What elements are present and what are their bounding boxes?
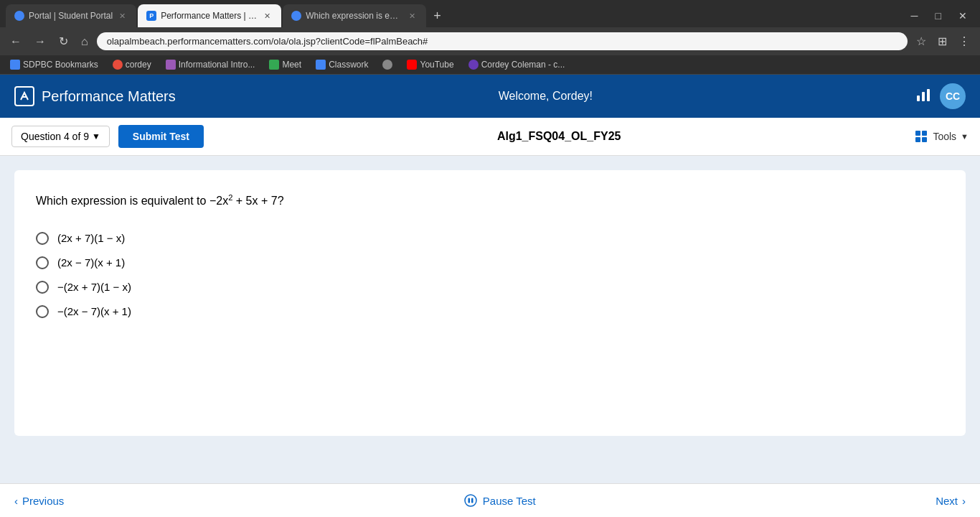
bookmark-icon-cc	[468, 60, 479, 70]
next-label: Next	[936, 495, 958, 507]
radio-c[interactable]	[36, 281, 49, 294]
bookmark-icon-info	[166, 60, 176, 70]
bookmark-icon-cordey	[113, 60, 123, 70]
bookmark-icon-sdpbc	[10, 60, 20, 70]
tab-label-portal: Portal | Student Portal	[29, 11, 113, 21]
svg-rect-1	[922, 92, 925, 101]
star-button[interactable]: ☆	[912, 32, 930, 51]
bookmark-youtube[interactable]: YouTube	[402, 58, 458, 71]
bookmark-icon-youtube	[407, 60, 417, 70]
tab-bar: Portal | Student Portal ✕ P Performance …	[0, 0, 980, 27]
app-title: Performance Matters	[42, 88, 176, 105]
tab-question[interactable]: Which expression is equivalen... ✕	[283, 4, 426, 27]
bookmark-classwork[interactable]: Classwork	[311, 58, 372, 71]
dropdown-icon: ▼	[92, 131, 100, 141]
pause-label: Pause Test	[483, 495, 536, 507]
window-controls: ─ □ ✕	[904, 7, 974, 24]
svg-rect-4	[922, 131, 927, 136]
new-tab-button[interactable]: +	[428, 6, 447, 27]
tab-portal[interactable]: Portal | Student Portal ✕	[6, 4, 136, 27]
radio-a[interactable]	[36, 232, 49, 245]
tools-icon	[914, 129, 928, 144]
extensions-button[interactable]: ⊞	[933, 32, 951, 51]
nav-actions: ☆ ⊞ ⋮	[912, 32, 974, 51]
submit-test-button[interactable]: Submit Test	[118, 125, 204, 148]
address-bar[interactable]	[97, 32, 908, 50]
svg-rect-8	[468, 498, 470, 503]
app-logo: Performance Matters	[14, 86, 176, 106]
tab-favicon-pm: P	[146, 11, 156, 21]
question-nav-bar: Question 4 of 9 ▼ Submit Test Alg1_FSQ04…	[0, 118, 980, 156]
previous-label: Previous	[22, 495, 64, 507]
app-header: Performance Matters Welcome, Cordey! CC	[0, 75, 980, 118]
bookmark-icon-meet	[269, 60, 279, 70]
question-selector[interactable]: Question 4 of 9 ▼	[11, 126, 110, 147]
home-button[interactable]: ⌂	[77, 32, 93, 51]
previous-arrow-icon: ‹	[14, 495, 18, 507]
option-a-text: (2x + 7)(1 − x)	[57, 232, 125, 244]
main-content: Which expression is equivalent to −2x2 +…	[0, 156, 980, 450]
header-actions: CC	[915, 83, 966, 109]
question-label: Question 4 of 9	[21, 131, 89, 142]
tools-dropdown-icon: ▼	[961, 132, 969, 141]
svg-rect-2	[927, 89, 930, 101]
tab-favicon-portal	[14, 11, 24, 21]
logo-icon	[14, 86, 34, 106]
nav-bar: ← → ↻ ⌂ ☆ ⊞ ⋮	[0, 27, 980, 55]
previous-button[interactable]: ‹ Previous	[14, 495, 64, 507]
back-button[interactable]: ←	[6, 32, 26, 51]
tab-close-q[interactable]: ✕	[407, 11, 418, 22]
option-b[interactable]: (2x − 7)(x + 1)	[36, 256, 944, 269]
question-card: Which expression is equivalent to −2x2 +…	[14, 170, 966, 436]
svg-rect-0	[917, 96, 920, 101]
radio-d[interactable]	[36, 305, 49, 318]
tab-close-pm[interactable]: ✕	[262, 11, 273, 22]
avatar[interactable]: CC	[940, 83, 966, 109]
footer: ‹ Previous Pause Test Next ›	[0, 483, 980, 517]
minimize-button[interactable]: ─	[904, 7, 925, 24]
pause-test-button[interactable]: Pause Test	[464, 494, 536, 507]
bookmark-icon-globe	[382, 60, 392, 70]
menu-button[interactable]: ⋮	[954, 32, 974, 51]
maximize-button[interactable]: □	[928, 7, 948, 24]
svg-rect-9	[471, 498, 473, 503]
next-arrow-icon: ›	[962, 495, 966, 507]
option-d-text: −(2x − 7)(x + 1)	[57, 305, 131, 317]
tab-label-pm: Performance Matters | OLA	[161, 11, 258, 21]
chart-icon[interactable]	[915, 87, 931, 106]
bookmark-meet[interactable]: Meet	[265, 58, 306, 71]
tab-performance-matters[interactable]: P Performance Matters | OLA ✕	[138, 4, 281, 27]
tools-label: Tools	[933, 131, 956, 142]
option-a[interactable]: (2x + 7)(1 − x)	[36, 232, 944, 245]
bookmark-icon-classwork	[316, 60, 326, 70]
svg-rect-5	[915, 137, 920, 142]
forward-button[interactable]: →	[30, 32, 50, 51]
bookmark-globe[interactable]	[378, 58, 397, 71]
option-d[interactable]: −(2x − 7)(x + 1)	[36, 305, 944, 318]
test-title: Alg1_FSQ04_OL_FY25	[212, 130, 906, 143]
bookmark-sdpbc[interactable]: SDPBC Bookmarks	[6, 58, 103, 71]
tools-button[interactable]: Tools ▼	[914, 129, 969, 144]
pause-icon	[464, 494, 477, 507]
radio-b[interactable]	[36, 256, 49, 269]
close-button[interactable]: ✕	[951, 7, 974, 24]
next-button[interactable]: Next ›	[936, 495, 966, 507]
tab-favicon-q	[291, 11, 301, 21]
tab-label-q: Which expression is equivalen...	[306, 11, 402, 21]
svg-rect-3	[915, 131, 920, 136]
option-c-text: −(2x + 7)(1 − x)	[57, 281, 131, 293]
svg-point-7	[465, 495, 476, 506]
bookmark-cordey[interactable]: cordey	[108, 58, 156, 71]
option-c[interactable]: −(2x + 7)(1 − x)	[36, 281, 944, 294]
browser-chrome: Portal | Student Portal ✕ P Performance …	[0, 0, 980, 75]
reload-button[interactable]: ↻	[55, 32, 72, 51]
option-b-text: (2x − 7)(x + 1)	[57, 256, 125, 269]
answer-options: (2x + 7)(1 − x) (2x − 7)(x + 1) −(2x + 7…	[36, 232, 944, 318]
question-text: Which expression is equivalent to −2x2 +…	[36, 192, 944, 210]
svg-rect-6	[922, 137, 927, 142]
bookmarks-bar: SDPBC Bookmarks cordey Informational Int…	[0, 55, 980, 75]
bookmark-cordey-coleman[interactable]: Cordey Coleman - c...	[464, 58, 570, 71]
tab-close-portal[interactable]: ✕	[117, 11, 128, 22]
welcome-message: Welcome, Cordey!	[176, 90, 915, 103]
bookmark-informational[interactable]: Informational Intro...	[161, 58, 260, 71]
